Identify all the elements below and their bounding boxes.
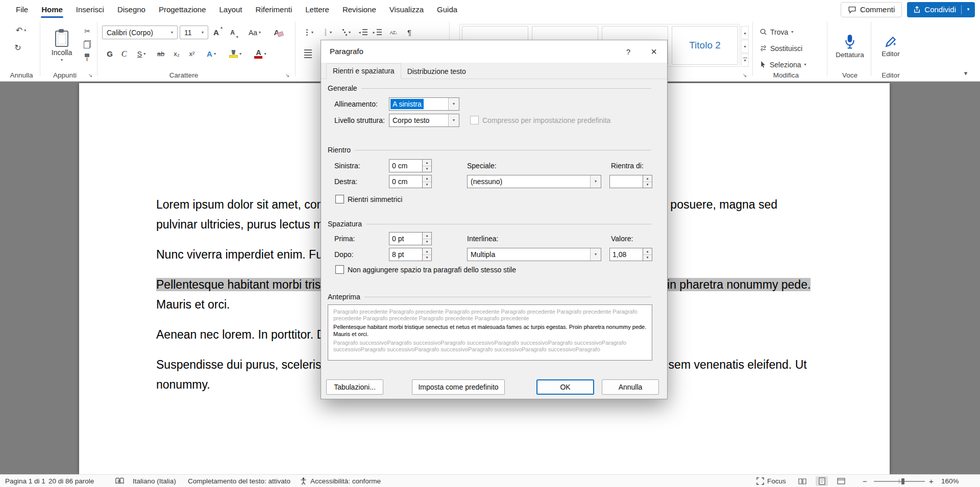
set-as-default-button[interactable]: Imposta come predefinito (412, 379, 505, 395)
read-mode-view-button[interactable] (796, 476, 808, 486)
menu-tab-guida[interactable]: Guida (430, 0, 464, 19)
menu-tab-riferimenti[interactable]: Riferimenti (249, 0, 299, 19)
shrink-font-button[interactable]: A ▾ (227, 25, 242, 39)
font-size-combobox[interactable]: 11 ▾ (180, 25, 208, 39)
indent-right-spinner[interactable]: 0 cm ▴▾ (389, 175, 432, 188)
combo-dropdown-button[interactable]: ▾ (448, 98, 459, 110)
superscript-button[interactable]: x² (185, 47, 199, 61)
zoom-out-button[interactable]: − (863, 475, 867, 487)
undo-button[interactable]: ↶ ▾ (10, 24, 32, 37)
menu-tab-inserisci[interactable]: Inserisci (69, 0, 111, 19)
strikethrough-button[interactable]: ab (153, 47, 168, 61)
spin-up-button[interactable]: ▴ (423, 248, 431, 255)
decrease-indent-button[interactable]: ◂ (356, 25, 370, 39)
styles-more-button[interactable]: ▾ (741, 54, 749, 67)
show-formatting-marks-button[interactable]: ¶ (403, 25, 415, 39)
print-layout-view-button[interactable] (816, 476, 828, 486)
numbered-list-button[interactable]: ▾ (320, 25, 337, 39)
font-name-combobox[interactable]: Calibri (Corpo) ▾ (102, 25, 178, 39)
menu-tab-disegno[interactable]: Disegno (111, 0, 152, 19)
spin-down-button[interactable]: ▾ (423, 182, 431, 188)
format-painter-button[interactable] (81, 52, 94, 64)
zoom-in-button[interactable]: + (929, 475, 934, 487)
underline-button[interactable]: S ▾ (132, 47, 151, 61)
menu-tab-progettazione[interactable]: Progettazione (152, 0, 213, 19)
copy-button[interactable] (81, 38, 94, 50)
menu-tab-visualizza[interactable]: Visualizza (383, 0, 430, 19)
spacing-after-spinner[interactable]: 8 pt ▴▾ (389, 248, 432, 261)
spin-down-button[interactable]: ▾ (423, 255, 431, 261)
accessibility-indicator[interactable]: Accessibilità: conforme (310, 475, 381, 487)
collapsed-by-default-checkbox[interactable] (470, 116, 479, 124)
collapse-ribbon-button[interactable]: ▾ (958, 67, 974, 79)
combo-dropdown-button[interactable]: ▾ (448, 114, 459, 126)
web-layout-view-button[interactable] (835, 476, 847, 486)
spin-up-button[interactable]: ▴ (643, 175, 652, 182)
paste-button[interactable]: Incolla ▾ (46, 22, 78, 70)
replace-button[interactable]: Sostituisci (760, 41, 802, 55)
font-dialog-launcher[interactable]: ↘ (284, 72, 291, 79)
tab-rientri-e-spaziatura[interactable]: Rientri e spaziatura (326, 63, 401, 79)
indent-left-spinner[interactable]: 0 cm ▴▾ (389, 159, 432, 172)
style-cell-titolo-2[interactable]: Titolo 2 (672, 26, 738, 65)
menu-tab-home[interactable]: Home (35, 0, 69, 19)
mirror-indents-checkbox[interactable] (335, 195, 344, 203)
highlight-color-button[interactable]: ▾ (224, 47, 247, 61)
zoom-slider-thumb[interactable] (901, 478, 904, 484)
find-button[interactable]: Trova ▾ (760, 25, 793, 39)
multilevel-list-button[interactable]: ▾ (338, 25, 355, 39)
font-color-button[interactable]: A ▾ (249, 47, 272, 61)
focus-icon[interactable] (756, 477, 764, 487)
chevron-down-icon[interactable]: ▾ (962, 7, 975, 12)
menu-tab-revisione[interactable]: Revisione (336, 0, 383, 19)
combo-dropdown-button[interactable]: ▾ (590, 248, 601, 261)
clipboard-dialog-launcher[interactable]: ↘ (87, 72, 94, 79)
italic-button[interactable]: C (117, 47, 131, 61)
clear-formatting-button[interactable]: A (267, 25, 286, 39)
justify-button[interactable] (301, 47, 314, 61)
spacing-before-spinner[interactable]: 0 pt ▴▾ (389, 232, 432, 245)
increase-indent-button[interactable]: ▸ (371, 25, 384, 39)
comments-button[interactable]: Commenti (841, 2, 902, 17)
dialog-close-button[interactable]: × (641, 40, 667, 63)
outline-level-combobox[interactable]: Corpo testo ▾ (389, 114, 459, 127)
spin-down-button[interactable]: ▾ (643, 255, 652, 261)
alignment-combobox[interactable]: A sinistra ▾ (389, 97, 459, 111)
spin-down-button[interactable]: ▾ (643, 182, 652, 188)
text-prediction-indicator[interactable]: Completamento del testo: attivato (188, 475, 290, 487)
page-indicator[interactable]: Pagina 1 di 1 (5, 475, 45, 487)
line-spacing-combobox[interactable]: Multipla ▾ (467, 248, 601, 261)
sort-button[interactable]: AZ↓ (386, 25, 401, 39)
menu-tab-file[interactable]: File (9, 0, 35, 19)
language-indicator[interactable]: Italiano (Italia) (133, 475, 176, 487)
spin-down-button[interactable]: ▾ (423, 166, 431, 172)
cancel-button[interactable]: Annulla (602, 379, 659, 395)
tabs-button[interactable]: Tabulazioni... (326, 379, 383, 395)
focus-button[interactable]: Focus (767, 475, 786, 487)
change-case-button[interactable]: Aa ▾ (244, 25, 265, 39)
menu-tab-lettere[interactable]: Lettere (299, 0, 336, 19)
menu-tab-layout[interactable]: Layout (213, 0, 249, 19)
spin-up-button[interactable]: ▴ (643, 248, 652, 255)
spin-up-button[interactable]: ▴ (423, 160, 431, 166)
redo-button[interactable]: ↻ (10, 41, 26, 55)
bullet-list-button[interactable]: ▾ (301, 25, 318, 39)
subscript-button[interactable]: x₂ (169, 47, 184, 61)
dialog-help-button[interactable]: ? (616, 40, 641, 63)
styles-scroll-down-button[interactable]: ▾ (741, 40, 749, 53)
tab-distribuzione-testo[interactable]: Distribuzione testo (401, 64, 472, 79)
ok-button[interactable]: OK (536, 379, 594, 395)
spin-down-button[interactable]: ▾ (423, 239, 431, 245)
paragraph-3-rest[interactable]: Mauris et orci. (156, 298, 230, 311)
spin-up-button[interactable]: ▴ (423, 233, 431, 239)
spacing-at-spinner[interactable]: 1,08 ▴▾ (609, 248, 652, 261)
share-button[interactable]: Condividi ▾ (907, 2, 975, 17)
dictate-button[interactable]: Dettatura (831, 22, 869, 70)
no-space-same-style-checkbox[interactable] (335, 265, 344, 274)
select-button[interactable]: Seleziona ▾ (760, 58, 806, 71)
cut-button[interactable]: ✂ (81, 25, 94, 37)
proofing-icon[interactable] (115, 477, 124, 486)
dialog-titlebar[interactable]: Paragrafo ? × (321, 40, 667, 63)
bold-button[interactable]: G (103, 47, 116, 61)
styles-dialog-launcher[interactable]: ↘ (741, 72, 748, 79)
